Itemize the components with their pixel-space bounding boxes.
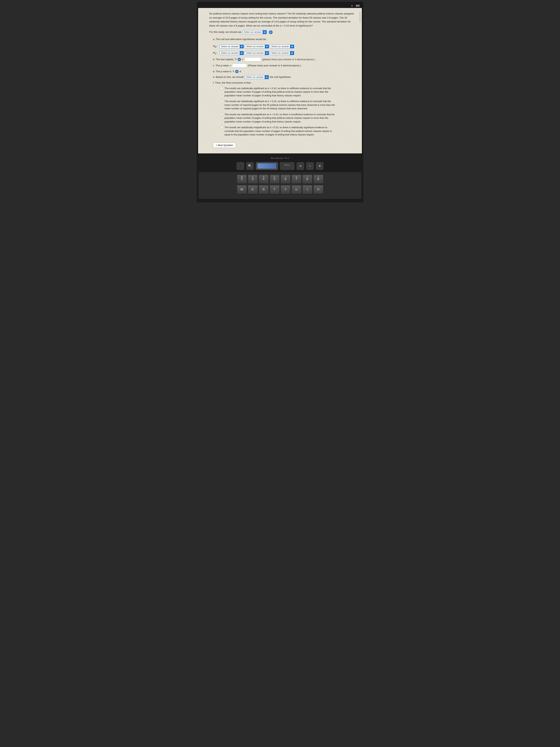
part-e-select-wrapper[interactable]: Select an answer ⊕ [245, 75, 269, 79]
for-study-select[interactable]: Select an answer [243, 30, 267, 34]
radio-option-4: The results are statistically insignific… [220, 126, 335, 136]
dock-trial-dots: · · · · · [284, 166, 291, 168]
for-study-row: For this study, we should use Select an … [209, 30, 354, 34]
keyboard: @2 #3 $4 %5 ^6 &7 *8 (9 W E R T Y U I O [198, 172, 362, 199]
page-content: Do political science classes require mor… [198, 8, 362, 153]
part-b-question: ? [235, 58, 236, 61]
part-b-row: b. The test statistic ? ⊕ = (please show… [213, 57, 354, 61]
h1-select3-wrapper[interactable]: Select an answer ⊕ [270, 51, 294, 55]
part-d-row: d. The p-value is ? ⊕ α [213, 70, 354, 73]
key-i[interactable]: I [302, 185, 313, 194]
h0-select3[interactable]: Select an answer [270, 45, 294, 48]
dock-icon-back[interactable]: ‹ [306, 162, 314, 170]
h0-row: H0: Select an answer ⊕ Select an answer … [213, 44, 354, 49]
h0-select1-wrapper[interactable]: Select an answer ⊕ [220, 45, 244, 48]
part-d-circle[interactable]: ⊕ [235, 70, 239, 73]
radio-option-2: The results are statistically significan… [220, 100, 335, 110]
h1-select3[interactable]: Select an answer [270, 51, 294, 55]
key-lparen-9[interactable]: (9 [313, 175, 323, 184]
h1-select2[interactable]: Select an answer [245, 51, 269, 55]
radio-label-3: The results are statistically insignific… [224, 113, 335, 124]
wifi-icon: ▲ [351, 4, 353, 7]
radio-label-2: The results are statistically significan… [224, 100, 335, 110]
radio-label-4: The results are statistically insignific… [224, 126, 335, 136]
top-bar: ▲ ▮▮▮ [198, 3, 362, 7]
key-u[interactable]: U [292, 185, 301, 194]
h0-select3-wrapper[interactable]: Select an answer ⊕ [270, 45, 294, 48]
key-t[interactable]: T [270, 185, 279, 194]
macbook-label: MacBook Pro [197, 155, 363, 162]
part-b-input[interactable] [244, 57, 261, 61]
part-f-label: f. Thus, the final conclusion is that ..… [213, 81, 254, 85]
radio-label-1: The results are statistically significan… [224, 86, 335, 98]
radio-input-3[interactable] [220, 113, 223, 116]
key-amp-7[interactable]: &7 [292, 175, 301, 184]
key-r[interactable]: R [259, 185, 269, 194]
part-c-input[interactable] [232, 63, 247, 68]
key-at-2[interactable]: @2 [237, 175, 247, 184]
h1-select1-wrapper[interactable]: Select an answer ⊕ [220, 51, 244, 55]
key-star-8[interactable]: *8 [302, 175, 313, 184]
key-hash-3[interactable]: #3 [248, 175, 258, 184]
dock-icon-arrow[interactable]: › [237, 162, 244, 170]
part-f-row: f. Thus, the final conclusion is that ..… [213, 81, 354, 85]
screen-bezel: ▲ ▮▮▮ Do political science classes requi… [197, 2, 363, 153]
content-wrapper: Do political science classes require mor… [198, 8, 362, 153]
battery-icon: ▮▮▮ [356, 4, 359, 7]
h0-select2[interactable]: Select an answer [245, 45, 269, 48]
dock-trial-icon[interactable]: TRIAL · · · · · [280, 162, 295, 170]
part-e-end: the null hypothesis. [270, 75, 291, 79]
key-e[interactable]: E [248, 185, 258, 194]
part-d-question: ? [233, 70, 234, 73]
question-text: Do political science classes require mor… [209, 12, 354, 28]
part-b-equals: = [242, 58, 243, 61]
h0-select1[interactable]: Select an answer [220, 45, 244, 48]
key-y[interactable]: Y [281, 185, 291, 194]
dock-icon-screen[interactable]: ⧉ [296, 162, 304, 170]
part-b-circle[interactable]: ⊕ [238, 58, 241, 61]
radio-input-1[interactable] [220, 87, 223, 90]
radio-input-4[interactable] [220, 126, 223, 129]
dock-icon-settings[interactable]: ✳ [316, 162, 323, 170]
key-dollar-4[interactable]: $4 [259, 175, 269, 184]
part-b-label: b. The test statistic [213, 58, 234, 61]
dock-trial-label: TRIAL [285, 164, 290, 166]
part-d-alpha: α [240, 70, 241, 73]
key-w[interactable]: W [237, 185, 247, 194]
h1-row: H1: Select an answer ⊕ Select an answer … [213, 51, 354, 56]
h0-label: H0: [213, 44, 218, 49]
part-c-label: c. The p-value = [213, 64, 231, 68]
part-e-select[interactable]: Select an answer [245, 75, 269, 79]
radio-options-container: The results are statistically significan… [209, 86, 354, 136]
key-o[interactable]: O [313, 185, 323, 194]
radio-option-3: The results are statistically insignific… [220, 113, 335, 124]
part-c-hint: (Please show your answer to 4 decimal pl… [248, 64, 301, 68]
h1-label: H1: [213, 51, 218, 56]
part-e-row: e. Based on this, we should Select an an… [213, 75, 354, 79]
icon-strip: ▲ ▮▮▮ [351, 4, 359, 7]
radio-input-2[interactable] [220, 100, 223, 103]
key-percent-5[interactable]: %5 [270, 175, 279, 184]
keyboard-area: MacBook Pro › 🔍 TRIAL · · · · · ⧉ ‹ ✳ @2… [197, 153, 363, 203]
for-study-select-wrapper[interactable]: Select an answer ⊕ [243, 30, 267, 34]
part-c-row: c. The p-value = (Please show your answe… [213, 63, 354, 68]
dock-active-app[interactable] [256, 162, 278, 170]
part-d-label: d. The p-value is [213, 70, 232, 73]
keyboard-row-letters: W E R T Y U I O [201, 185, 359, 194]
h0-select2-wrapper[interactable]: Select an answer ⊕ [245, 45, 269, 48]
section-a-label: a. The null and alternative hypotheses w… [213, 37, 354, 41]
h1-select1[interactable]: Select an answer [220, 51, 244, 55]
part-e-label: e. Based on this, we should [213, 75, 243, 79]
keyboard-row-numbers: @2 #3 $4 %5 ^6 &7 *8 (9 [201, 175, 359, 184]
h1-select2-wrapper[interactable]: Select an answer ⊕ [245, 51, 269, 55]
dock-icon-search[interactable]: 🔍 [246, 162, 254, 170]
dock-row: › 🔍 TRIAL · · · · · ⧉ ‹ ✳ [197, 162, 363, 170]
radio-option-1: The results are statistically significan… [220, 86, 335, 98]
for-study-label: For this study, we should use [209, 30, 241, 34]
part-b-hint: (please show your answer to 3 decimal pl… [262, 58, 315, 61]
scroll-indicator[interactable] [359, 12, 361, 23]
scroll-btn[interactable]: ⊕ [269, 30, 273, 34]
next-question-button[interactable]: > Next Question [213, 143, 236, 148]
progress-bar [258, 163, 276, 169]
key-caret-6[interactable]: ^6 [281, 175, 291, 184]
